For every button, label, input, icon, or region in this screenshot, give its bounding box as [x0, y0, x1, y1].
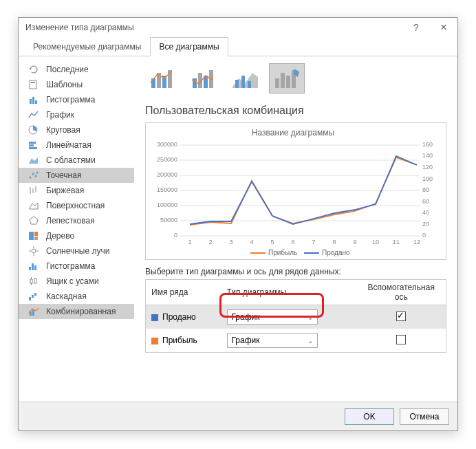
sidebar-item-radar[interactable]: Лепестковая: [19, 213, 134, 228]
svg-rect-19: [34, 232, 38, 236]
subtype-clustered-column-line[interactable]: [145, 63, 181, 94]
sidebar-item-waterfall[interactable]: Каскадная: [19, 289, 134, 304]
series-color-marker: [151, 314, 158, 321]
area-chart-icon: [27, 155, 41, 166]
bar-chart-icon: [27, 140, 41, 151]
surface-chart-icon: [27, 200, 41, 211]
sidebar-item-scatter[interactable]: Точечная: [19, 168, 134, 183]
svg-rect-27: [32, 263, 34, 270]
svg-text:Прибыль: Прибыль: [268, 249, 297, 256]
secondary-axis-checkbox-prodano[interactable]: [396, 311, 406, 321]
col-series-name: Имя ряда: [146, 280, 221, 305]
ok-button[interactable]: OK: [345, 408, 394, 425]
templates-icon: [27, 79, 41, 90]
svg-text:12: 12: [413, 239, 420, 245]
svg-text:140: 140: [422, 152, 433, 159]
svg-point-21: [32, 249, 36, 253]
svg-rect-37: [32, 309, 34, 316]
svg-text:80: 80: [422, 186, 429, 193]
svg-text:6: 6: [291, 239, 294, 245]
chevron-down-icon: ⌄: [307, 314, 313, 321]
svg-text:Продано: Продано: [322, 249, 350, 256]
chevron-down-icon: ⌄: [307, 337, 313, 344]
chart-preview: Название диаграммы 300000250000200000150…: [145, 122, 446, 260]
svg-text:60: 60: [422, 198, 429, 205]
svg-rect-33: [29, 297, 31, 300]
sidebar-item-pie[interactable]: Круговая: [19, 122, 134, 138]
close-button[interactable]: ×: [430, 18, 457, 37]
chart-subtype-row: [145, 63, 446, 94]
change-chart-type-dialog: Изменение типа диаграммы ? × Рекомендуем…: [18, 17, 458, 431]
svg-text:50000: 50000: [160, 217, 177, 223]
boxwhisker-icon: [27, 276, 41, 287]
svg-rect-7: [29, 144, 34, 146]
subtype-custom-combination[interactable]: [269, 63, 305, 94]
sidebar-item-treemap[interactable]: Дерево: [19, 228, 134, 243]
svg-point-13: [36, 172, 39, 174]
dialog-footer: OK Отмена: [19, 402, 457, 430]
svg-text:120: 120: [422, 164, 433, 171]
svg-text:4: 4: [250, 239, 253, 245]
subtype-clustered-column-line-secondary[interactable]: [186, 63, 222, 94]
chart-type-select-pribyl[interactable]: График ⌄: [227, 333, 318, 348]
svg-rect-34: [32, 295, 34, 298]
svg-text:160: 160: [422, 141, 433, 148]
series-color-marker: [151, 338, 158, 344]
svg-rect-35: [34, 293, 36, 296]
tab-recommended[interactable]: Рекомендуемые диаграммы: [24, 37, 150, 56]
svg-text:10: 10: [372, 239, 379, 245]
svg-rect-20: [34, 237, 38, 240]
svg-text:3: 3: [229, 239, 232, 245]
content-panel: Пользовательская комбинация Название диа…: [134, 56, 457, 400]
svg-text:1: 1: [188, 239, 191, 245]
svg-text:7: 7: [312, 239, 315, 245]
secondary-axis-checkbox-pribyl[interactable]: [396, 335, 406, 344]
sidebar-item-combo[interactable]: Комбинированная: [19, 304, 134, 319]
titlebar: Изменение типа диаграммы ? ×: [19, 18, 457, 37]
sidebar-item-recent[interactable]: Последние: [19, 62, 134, 77]
subtype-stacked-area-column[interactable]: [228, 63, 263, 94]
svg-rect-0: [30, 80, 36, 89]
svg-rect-42: [193, 78, 197, 88]
line-chart-icon: [27, 109, 41, 120]
svg-text:200000: 200000: [157, 171, 177, 178]
series-row-prodano[interactable]: Продано График ⌄: [146, 305, 446, 329]
pie-chart-icon: [27, 124, 41, 135]
svg-text:100000: 100000: [157, 201, 177, 208]
svg-rect-6: [29, 142, 36, 144]
histogram-icon: [27, 261, 41, 272]
sidebar-item-column[interactable]: Гистограмма: [19, 92, 134, 107]
svg-text:300000: 300000: [157, 141, 177, 148]
svg-text:8: 8: [332, 239, 336, 245]
col-secondary-axis: Вспомогательная ось: [357, 280, 446, 305]
svg-point-11: [32, 173, 34, 175]
recent-icon: [27, 64, 41, 75]
svg-text:0: 0: [174, 232, 177, 239]
sidebar-item-surface[interactable]: Поверхностная: [19, 198, 134, 213]
svg-text:5: 5: [270, 239, 274, 245]
sunburst-icon: [27, 245, 41, 256]
svg-rect-4: [35, 100, 37, 104]
chart-category-sidebar: Последние Шаблоны Гистограмма График Кру…: [19, 56, 134, 400]
sidebar-item-line[interactable]: График: [19, 107, 134, 122]
help-button[interactable]: ?: [402, 18, 430, 37]
sidebar-item-templates[interactable]: Шаблоны: [19, 77, 134, 92]
cancel-button[interactable]: Отмена: [400, 408, 449, 425]
series-row-pribyl[interactable]: Прибыль График ⌄: [146, 329, 446, 353]
sidebar-item-bar[interactable]: Линейчатая: [19, 138, 134, 153]
sidebar-item-histogram[interactable]: Гистограмма: [19, 259, 134, 274]
chart-type-select-prodano[interactable]: График ⌄: [227, 309, 318, 325]
sidebar-item-stock[interactable]: Биржевая: [19, 183, 134, 198]
svg-rect-26: [29, 267, 31, 270]
svg-text:40: 40: [422, 209, 429, 216]
svg-rect-48: [241, 76, 245, 88]
svg-rect-49: [248, 81, 251, 88]
sidebar-item-sunburst[interactable]: Солнечные лучи: [19, 243, 134, 259]
sidebar-item-area[interactable]: С областями: [19, 153, 134, 168]
tab-all[interactable]: Все диаграммы: [150, 37, 228, 56]
svg-rect-18: [29, 232, 34, 240]
sidebar-item-boxwhisker[interactable]: Ящик с усами: [19, 274, 134, 289]
svg-rect-32: [34, 278, 36, 283]
series-table: Имя ряда Тип диаграммы Вспомогательная о…: [145, 279, 446, 353]
svg-rect-28: [34, 265, 36, 270]
